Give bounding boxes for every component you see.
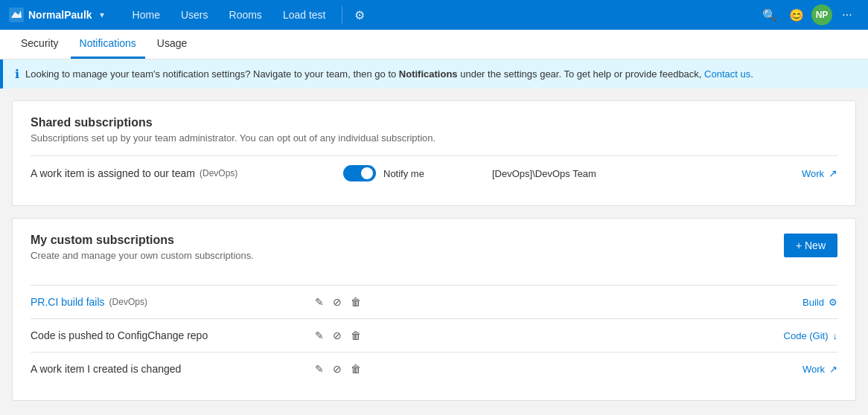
custom-subscriptions-card: My custom subscriptions Create and manag… bbox=[12, 218, 856, 401]
app-header: NormalPaulk ▾ Home Users Rooms Load test… bbox=[0, 0, 868, 30]
disable-icon-1[interactable]: ⊘ bbox=[331, 328, 343, 343]
git-icon-1: ↓ bbox=[833, 330, 838, 341]
work-icon-2[interactable]: ↗ bbox=[829, 364, 837, 375]
custom-sub-name-1: Code is pushed to ConfigChange repo bbox=[31, 329, 313, 341]
build-icon-0: ⚙ bbox=[829, 297, 837, 308]
shared-sub-name-text-0: A work item is assigned to our team bbox=[31, 167, 195, 179]
custom-title: My custom subscriptions bbox=[31, 234, 254, 247]
user-icon[interactable]: 😊 bbox=[785, 3, 808, 27]
edit-icon-0[interactable]: ✎ bbox=[313, 295, 325, 309]
custom-sub-text-1: Code is pushed to ConfigChange repo bbox=[31, 329, 208, 341]
custom-sub-actions-2: ✎ ⊘ 🗑 bbox=[313, 361, 403, 376]
custom-sub-actions-1: ✎ ⊘ 🗑 bbox=[313, 328, 403, 343]
nav-divider bbox=[342, 6, 342, 24]
shared-title: Shared subscriptions bbox=[31, 116, 837, 129]
shared-sub-category-0: Work ↗ bbox=[748, 167, 837, 179]
info-banner-text: Looking to manage your team's notificati… bbox=[25, 68, 753, 80]
shared-sub-name-0: A work item is assigned to our team (Dev… bbox=[31, 167, 343, 179]
header-right: 🔍 😊 NP ··· bbox=[758, 3, 859, 27]
custom-sub-category-0: Build ⚙ bbox=[733, 297, 837, 308]
shared-subtitle: Subscriptions set up by your team admini… bbox=[31, 132, 837, 144]
custom-sub-name-0: PR.CI build fails (DevOps) bbox=[31, 296, 313, 308]
shared-sub-row-0: A work item is assigned to our team (Dev… bbox=[31, 155, 837, 190]
delete-icon-0[interactable]: 🗑 bbox=[349, 295, 363, 309]
shared-sub-scope-0: [DevOps]\DevOps Team bbox=[492, 168, 748, 179]
custom-subtitle: Create and manage your own custom subscr… bbox=[31, 250, 254, 261]
delete-icon-2[interactable]: 🗑 bbox=[349, 361, 363, 376]
custom-sub-category-2: Work ↗ bbox=[733, 364, 837, 375]
avatar[interactable]: NP bbox=[811, 4, 832, 25]
toggle-label-0: Notify me bbox=[383, 168, 424, 179]
tab-security[interactable]: Security bbox=[12, 29, 68, 59]
custom-sub-actions-0: ✎ ⊘ 🗑 bbox=[313, 295, 403, 309]
edit-icon-1[interactable]: ✎ bbox=[313, 328, 325, 343]
disable-icon-0[interactable]: ⊘ bbox=[331, 295, 343, 309]
custom-sub-tag-0: (DevOps) bbox=[109, 297, 147, 307]
notify-toggle-0[interactable] bbox=[343, 165, 376, 181]
org-name[interactable]: NormalPaulk bbox=[28, 9, 92, 21]
more-options-icon[interactable]: ··· bbox=[835, 3, 859, 27]
shared-sub-tag-0: (DevOps) bbox=[200, 168, 237, 178]
shared-subscriptions-card: Shared subscriptions Subscriptions set u… bbox=[12, 100, 856, 206]
logo-area[interactable]: NormalPaulk ▾ bbox=[9, 7, 107, 22]
main-nav: Home Users Rooms Load test bbox=[122, 0, 336, 30]
settings-icon[interactable]: ⚙ bbox=[348, 8, 371, 22]
sub-header-tabs: Security Notifications Usage bbox=[0, 30, 868, 59]
shared-sub-toggle-area-0: Notify me bbox=[343, 165, 492, 181]
custom-sub-row-1: Code is pushed to ConfigChange repo ✎ ⊘ … bbox=[31, 318, 837, 352]
info-banner: ℹ Looking to manage your team's notifica… bbox=[0, 59, 868, 89]
custom-sub-row-0: PR.CI build fails (DevOps) ✎ ⊘ 🗑 Build ⚙ bbox=[31, 285, 837, 318]
disable-icon-2[interactable]: ⊘ bbox=[331, 361, 343, 376]
info-icon: ℹ bbox=[15, 67, 19, 81]
new-subscription-button[interactable]: + New bbox=[784, 234, 837, 257]
nav-rooms[interactable]: Rooms bbox=[219, 0, 272, 30]
azure-devops-icon bbox=[9, 7, 24, 22]
delete-icon-1[interactable]: 🗑 bbox=[349, 328, 363, 343]
edit-icon-2[interactable]: ✎ bbox=[313, 361, 325, 376]
custom-title-block: My custom subscriptions Create and manag… bbox=[31, 234, 254, 273]
search-icon[interactable]: 🔍 bbox=[758, 3, 782, 27]
custom-sub-text-2: A work item I created is changed bbox=[31, 363, 181, 375]
org-chevron[interactable]: ▾ bbox=[100, 10, 104, 20]
contact-us-link[interactable]: Contact us bbox=[704, 68, 750, 80]
custom-sub-link-0[interactable]: PR.CI build fails bbox=[31, 296, 105, 308]
nav-loadtest[interactable]: Load test bbox=[272, 0, 336, 30]
tab-notifications[interactable]: Notifications bbox=[71, 29, 145, 59]
nav-home[interactable]: Home bbox=[122, 0, 170, 30]
nav-users[interactable]: Users bbox=[170, 0, 219, 30]
work-link-icon-0[interactable]: ↗ bbox=[829, 167, 837, 179]
main-content: Shared subscriptions Subscriptions set u… bbox=[0, 89, 868, 413]
custom-sub-name-2: A work item I created is changed bbox=[31, 363, 313, 375]
tab-usage[interactable]: Usage bbox=[148, 29, 196, 59]
custom-sub-row-2: A work item I created is changed ✎ ⊘ 🗑 W… bbox=[31, 352, 837, 385]
custom-header: My custom subscriptions Create and manag… bbox=[31, 234, 837, 273]
custom-sub-category-1: Code (Git) ↓ bbox=[733, 330, 837, 341]
